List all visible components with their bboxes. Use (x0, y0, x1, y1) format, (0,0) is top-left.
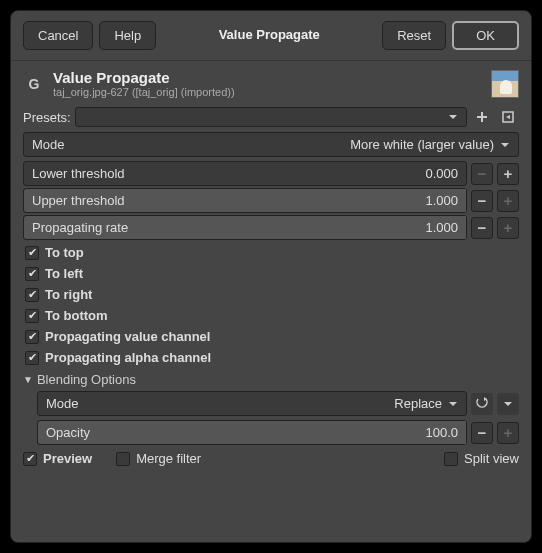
dialog-subtitle: taj_orig.jpg-627 ([taj_orig] (imported)) (53, 86, 235, 98)
presets-dropdown[interactable] (75, 107, 467, 127)
ok-button[interactable]: OK (452, 21, 519, 50)
lower-threshold-plus-button[interactable]: + (497, 163, 519, 185)
opacity-minus-button[interactable]: − (471, 422, 493, 444)
propagating-rate-plus-button[interactable]: + (497, 217, 519, 239)
prop-value-channel-checkbox[interactable] (25, 330, 39, 344)
dialog-title: Value Propagate (53, 69, 235, 86)
mode-label: Mode (32, 137, 65, 152)
image-thumbnail (491, 70, 519, 98)
prop-alpha-channel-label: Propagating alpha channel (45, 350, 211, 365)
merge-filter-checkbox[interactable] (116, 452, 130, 466)
to-left-label: To left (45, 266, 83, 281)
cancel-button[interactable]: Cancel (23, 21, 93, 50)
preview-label: Preview (43, 451, 92, 466)
presets-label: Presets: (23, 110, 71, 125)
propagating-rate-label: Propagating rate (32, 220, 425, 235)
lower-threshold-value: 0.000 (425, 166, 458, 181)
help-button[interactable]: Help (99, 21, 156, 50)
blending-options-header[interactable]: ▼ Blending Options (23, 368, 519, 391)
lower-threshold-minus-button[interactable]: − (471, 163, 493, 185)
merge-filter-label: Merge filter (136, 451, 201, 466)
blend-mode-switch-button[interactable] (471, 393, 493, 415)
chevron-down-icon (448, 112, 458, 122)
add-preset-button[interactable] (471, 106, 493, 128)
gimp-icon: G (23, 73, 45, 95)
to-left-checkbox[interactable] (25, 267, 39, 281)
blend-mode-value: Replace (79, 396, 448, 411)
upper-threshold-minus-button[interactable]: − (471, 190, 493, 212)
dialog-tab-label: Value Propagate (162, 21, 376, 50)
propagating-rate-slider[interactable]: Propagating rate 1.000 (23, 215, 467, 240)
opacity-value: 100.0 (425, 425, 458, 440)
to-bottom-checkbox[interactable] (25, 309, 39, 323)
upper-threshold-label: Upper threshold (32, 193, 425, 208)
mode-value: More white (larger value) (65, 137, 500, 152)
blend-mode-menu-button[interactable] (497, 393, 519, 415)
to-right-checkbox[interactable] (25, 288, 39, 302)
mode-dropdown[interactable]: Mode More white (larger value) (23, 132, 519, 157)
propagating-rate-minus-button[interactable]: − (471, 217, 493, 239)
to-top-label: To top (45, 245, 84, 260)
preview-checkbox[interactable] (23, 452, 37, 466)
preset-menu-button[interactable] (497, 106, 519, 128)
propagating-rate-value: 1.000 (425, 220, 458, 235)
lower-threshold-slider[interactable]: Lower threshold 0.000 (23, 161, 467, 186)
upper-threshold-plus-button[interactable]: + (497, 190, 519, 212)
prop-alpha-channel-checkbox[interactable] (25, 351, 39, 365)
blend-mode-label: Mode (46, 396, 79, 411)
prop-value-channel-label: Propagating value channel (45, 329, 210, 344)
chevron-down-icon (448, 399, 458, 409)
to-top-checkbox[interactable] (25, 246, 39, 260)
expander-icon: ▼ (23, 374, 33, 385)
split-view-checkbox[interactable] (444, 452, 458, 466)
upper-threshold-value: 1.000 (425, 193, 458, 208)
to-bottom-label: To bottom (45, 308, 108, 323)
upper-threshold-slider[interactable]: Upper threshold 1.000 (23, 188, 467, 213)
to-right-label: To right (45, 287, 92, 302)
chevron-down-icon (500, 140, 510, 150)
opacity-plus-button[interactable]: + (497, 422, 519, 444)
split-view-label: Split view (464, 451, 519, 466)
reset-button[interactable]: Reset (382, 21, 446, 50)
lower-threshold-label: Lower threshold (32, 166, 425, 181)
opacity-label: Opacity (46, 425, 425, 440)
opacity-slider[interactable]: Opacity 100.0 (37, 420, 467, 445)
blend-mode-dropdown[interactable]: Mode Replace (37, 391, 467, 416)
